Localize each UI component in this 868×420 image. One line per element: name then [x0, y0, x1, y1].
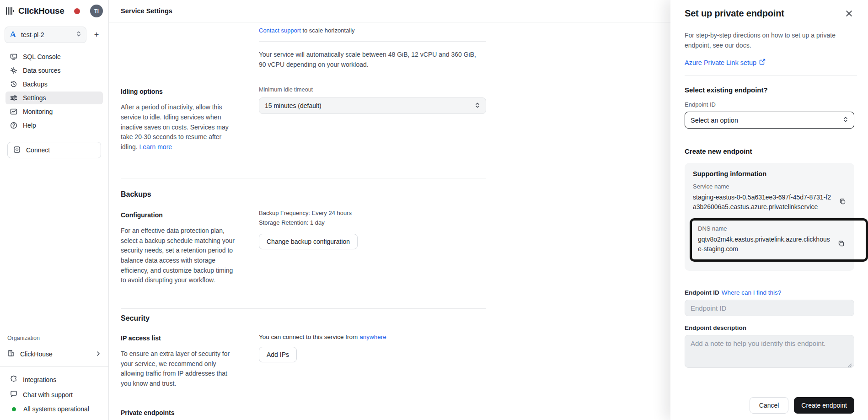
ip-access-title: IP access list: [121, 334, 235, 342]
app-title: ClickHouse: [18, 6, 64, 16]
data-sources-icon: [10, 67, 17, 74]
idling-options-title: Idling options: [121, 88, 235, 95]
sidebar-item-monitoring[interactable]: Monitoring: [5, 105, 103, 118]
idle-timeout-select[interactable]: 15 minutes (default): [259, 97, 486, 114]
endpoint-description-wrap: [685, 335, 854, 370]
chevron-updown-icon: [76, 31, 81, 39]
copy-icon: [839, 198, 846, 207]
integrations-icon: [10, 375, 17, 384]
clickhouse-console: ClickHouse TI test-pl-2 +: [0, 0, 868, 420]
close-panel-button[interactable]: [844, 8, 854, 21]
panel-title: Set up private endpoint: [685, 8, 784, 19]
ip-access-description: To ensure an extra layer of security for…: [121, 349, 235, 389]
system-status[interactable]: All systems operational: [5, 403, 103, 415]
endpoint-id-input[interactable]: [691, 304, 848, 312]
service-selector[interactable]: test-pl-2: [5, 27, 86, 43]
dns-name-label: DNS name: [698, 225, 857, 232]
service-name-label: Service name: [693, 183, 847, 190]
organization-name: ClickHouse: [20, 350, 90, 358]
dns-name-value: gqtv8o2m4k.eastus.privatelink.azure.clic…: [698, 235, 832, 254]
service-name-value: staging-eastus-0-0.5a631ee3-697f-45d7-87…: [693, 193, 834, 212]
copy-dns-name-button[interactable]: [837, 239, 846, 250]
add-service-button[interactable]: +: [90, 28, 103, 41]
avatar[interactable]: TI: [90, 5, 103, 17]
panel-footer: Cancel Create endpoint: [685, 397, 854, 414]
chevron-updown-icon: [843, 116, 848, 124]
azure-icon: [10, 31, 16, 39]
idling-options-description: After a period of inactivity, allow this…: [121, 103, 229, 151]
supporting-information-card: Supporting information Service name stag…: [685, 163, 854, 271]
footer-item-label: Chat with support: [23, 391, 73, 398]
sidebar-bottom: Organization ClickHouse Integra: [0, 335, 108, 420]
sidebar-item-settings[interactable]: Settings: [5, 92, 103, 104]
connect-button[interactable]: Connect: [7, 142, 101, 158]
sidebar-item-label: Data sources: [23, 67, 60, 74]
contact-support-rest: to scale horizontally: [302, 27, 354, 34]
add-ips-button[interactable]: Add IPs: [259, 347, 297, 362]
service-name: test-pl-2: [21, 31, 71, 38]
existing-endpoint-id-label: Endpoint ID: [685, 101, 854, 108]
dns-name-highlight-box: DNS name gqtv8o2m4k.eastus.privatelink.a…: [690, 218, 868, 262]
sidebar-nav: SQL Console Data sources Backups: [0, 45, 108, 132]
endpoint-description-label: Endpoint description: [685, 324, 854, 331]
endpoint-id-select-value: Select an option: [691, 117, 843, 124]
endpoint-description-input[interactable]: [685, 335, 854, 368]
idle-timeout-value: 15 minutes (default): [265, 102, 475, 109]
copy-icon: [838, 240, 845, 249]
anywhere-link[interactable]: anywhere: [359, 334, 386, 340]
auto-scale-text: Your service will automatically scale be…: [259, 50, 478, 70]
status-ok-icon: [12, 407, 16, 411]
close-icon: [846, 10, 852, 19]
status-label: All systems operational: [23, 405, 89, 413]
create-new-endpoint-title: Create new endpoint: [685, 147, 854, 155]
endpoint-id-select[interactable]: Select an option: [685, 112, 854, 129]
panel-intro: For step-by-step directions on how to se…: [685, 31, 854, 50]
settings-icon: [10, 94, 17, 102]
help-icon: [10, 122, 17, 129]
endpoint-id-input-wrap: [685, 300, 854, 316]
page-title: Service Settings: [121, 7, 172, 15]
sidebar-item-data-sources[interactable]: Data sources: [5, 64, 103, 77]
service-selector-row: test-pl-2 +: [0, 21, 108, 45]
chat-icon: [10, 390, 17, 399]
connect-from-text: You can connect to this service from: [259, 334, 358, 340]
sidebar-item-integrations[interactable]: Integrations: [5, 372, 103, 387]
cancel-button[interactable]: Cancel: [750, 397, 789, 414]
sidebar-item-help[interactable]: Help: [5, 119, 103, 132]
chevron-updown-icon: [475, 102, 480, 110]
chevron-right-icon: [96, 350, 101, 358]
connect-label: Connect: [26, 146, 50, 154]
organization-icon: [7, 350, 15, 358]
azure-private-link-setup-link[interactable]: Azure Private Link setup: [685, 59, 756, 66]
new-endpoint-id-label: Endpoint ID: [685, 289, 719, 296]
contact-support-link[interactable]: Contact support: [259, 27, 301, 34]
sidebar-item-sql-console[interactable]: SQL Console: [5, 50, 103, 63]
sql-console-icon: [10, 53, 17, 60]
sidebar-item-label: Settings: [23, 94, 46, 102]
backup-config-title: Configuration: [121, 211, 235, 219]
copy-service-name-button[interactable]: [838, 197, 847, 208]
sidebar-item-label: SQL Console: [23, 53, 61, 60]
recording-indicator-dot: [74, 8, 80, 14]
select-existing-title: Select existing endpoint?: [685, 86, 854, 94]
sidebar: ClickHouse TI test-pl-2 +: [0, 0, 109, 420]
organization-switcher[interactable]: ClickHouse: [0, 346, 108, 365]
footer-item-label: Integrations: [23, 376, 56, 383]
backup-frequency: Backup Frequency: Every 24 hours: [259, 209, 486, 218]
sidebar-footer: Integrations Chat with support All syste…: [0, 366, 108, 420]
learn-more-link[interactable]: Learn more: [139, 143, 172, 151]
sidebar-item-label: Help: [23, 122, 36, 129]
sidebar-item-chat-support[interactable]: Chat with support: [5, 388, 103, 402]
organization-label: Organization: [0, 335, 108, 346]
setup-private-endpoint-panel: Set up private endpoint For step-by-step…: [670, 0, 868, 420]
connect-icon: [13, 146, 21, 155]
external-link-icon: [759, 59, 766, 66]
where-can-i-find-this-link[interactable]: Where can I find this?: [722, 289, 782, 296]
change-backup-config-button[interactable]: Change backup configuration: [259, 234, 358, 249]
sidebar-item-backups[interactable]: Backups: [5, 78, 103, 91]
backup-config-description: For an effective data protection plan, s…: [121, 226, 235, 285]
create-endpoint-button[interactable]: Create endpoint: [794, 397, 854, 414]
logo-row: ClickHouse TI: [0, 0, 108, 21]
backups-icon: [10, 81, 17, 88]
idle-timeout-label: Minimum idle timeout: [259, 86, 486, 93]
